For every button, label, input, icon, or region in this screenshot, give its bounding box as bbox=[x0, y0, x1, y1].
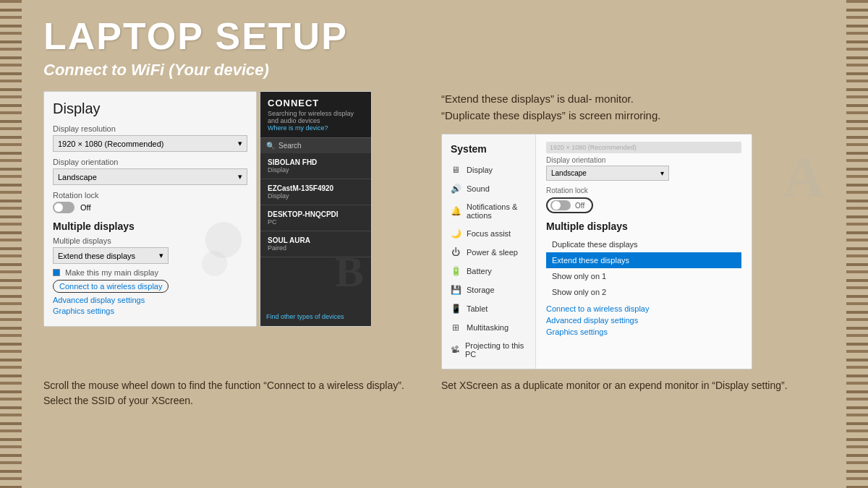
option-show-1-label: Show only on 1 bbox=[552, 272, 606, 281]
connect-wireless-link[interactable]: Connect to a wireless display bbox=[59, 282, 162, 291]
connect-device-1[interactable]: SIBOLAN FHD Display bbox=[260, 153, 371, 179]
top-scroll-area: 1920 × 1080 (Recommended) bbox=[546, 142, 741, 153]
advanced-settings-link[interactable]: Advanced display settings bbox=[53, 296, 247, 304]
nav-item-notifications[interactable]: 🔔 Notifications & actions bbox=[442, 198, 535, 224]
sys-rotation-toggle[interactable] bbox=[550, 200, 571, 210]
make-main-checkbox[interactable] bbox=[53, 269, 60, 276]
bottom-left-caption: Scroll the mouse wheel down to find the … bbox=[43, 378, 427, 408]
nav-item-sound[interactable]: 🔊 Sound bbox=[442, 179, 535, 198]
right-desc-line1: “Extend these displays” is dual- monitor… bbox=[441, 93, 634, 105]
landscape-arrow: ▾ bbox=[660, 169, 664, 177]
device-1-name: SIBOLAN FHD bbox=[268, 158, 364, 166]
orientation-label: Display orientation bbox=[53, 158, 247, 166]
connect-wireless-highlight: Connect to a wireless display bbox=[53, 280, 169, 293]
nav-item-multitasking[interactable]: ⊞ Multitasking bbox=[442, 318, 535, 337]
nav-item-display[interactable]: 🖥 Display bbox=[442, 160, 535, 179]
connect-where-link[interactable]: Where is my device? bbox=[268, 124, 364, 132]
option-duplicate-label: Duplicate these displays bbox=[552, 240, 638, 249]
dropdown-arrow: ▾ bbox=[238, 139, 242, 148]
page-title: LAPTOP SETUP bbox=[43, 14, 825, 58]
torn-edge-right bbox=[846, 0, 868, 488]
screenshots-row: Display Display resolution 1920 × 1080 (… bbox=[43, 91, 427, 327]
watermark: B bbox=[335, 247, 364, 297]
connect-panel-screenshot: CONNECT Searching for wireless display a… bbox=[260, 91, 372, 327]
content-row: Display Display resolution 1920 × 1080 (… bbox=[43, 91, 825, 369]
option-duplicate[interactable]: Duplicate these displays bbox=[546, 236, 741, 252]
storage-nav-icon: 💾 bbox=[451, 285, 461, 295]
system-nav-title: System bbox=[442, 140, 535, 160]
option-extend[interactable]: Extend these displays bbox=[546, 252, 741, 268]
nav-item-power[interactable]: ⏻ Power & sleep bbox=[442, 243, 535, 262]
sys-advanced-link[interactable]: Advanced display settings bbox=[546, 316, 741, 325]
system-nav: System 🖥 Display 🔊 Sound 🔔 Notifications… bbox=[442, 134, 536, 369]
nav-item-battery[interactable]: 🔋 Battery bbox=[442, 262, 535, 281]
nav-label-battery: Battery bbox=[467, 267, 492, 275]
sys-multiple-displays-title: Multiple displays bbox=[546, 221, 741, 232]
nav-label-display: Display bbox=[467, 166, 493, 174]
resolution-dropdown[interactable]: 1920 × 1080 (Recommended) ▾ bbox=[53, 135, 247, 152]
resolution-value: 1920 × 1080 (Recommended) bbox=[58, 140, 163, 148]
dropdown-arrow-3: ▾ bbox=[159, 251, 163, 260]
nav-item-tablet[interactable]: 📱 Tablet bbox=[442, 299, 535, 318]
notifications-nav-icon: 🔔 bbox=[451, 206, 461, 216]
page-subtitle: Connect to WiFi (Your device) bbox=[43, 61, 825, 80]
graphics-settings-link[interactable]: Graphics settings bbox=[53, 307, 247, 315]
nav-label-focus: Focus assist bbox=[467, 229, 511, 238]
sys-connect-wireless-link[interactable]: Connect to a wireless display bbox=[546, 304, 741, 313]
nav-label-tablet: Tablet bbox=[467, 304, 488, 313]
option-extend-label: Extend these displays bbox=[552, 256, 629, 265]
option-show-2-label: Show only on 2 bbox=[552, 288, 606, 296]
display-orient-label: Display orientation bbox=[546, 156, 741, 164]
focus-nav-icon: 🌙 bbox=[451, 228, 461, 239]
torn-edge-left bbox=[0, 0, 22, 488]
nav-label-notifications: Notifications & actions bbox=[467, 202, 527, 220]
device-1-type: Display bbox=[268, 166, 364, 174]
orientation-value: Landscape bbox=[58, 173, 97, 181]
display-page-title: Display bbox=[53, 100, 247, 117]
multiple-displays-value: Extend these displays bbox=[58, 252, 135, 260]
connect-device-2[interactable]: EZCastM-135F4920 Display bbox=[260, 179, 371, 205]
display-nav-icon: 🖥 bbox=[451, 165, 461, 175]
right-section: “Extend these displays” is dual- monitor… bbox=[441, 91, 825, 369]
nav-item-focus[interactable]: 🌙 Focus assist bbox=[442, 224, 535, 243]
multiple-displays-dropdown[interactable]: Extend these displays ▾ bbox=[53, 247, 169, 264]
sys-graphics-link[interactable]: Graphics settings bbox=[546, 328, 741, 336]
rotation-lock-toggle[interactable] bbox=[53, 202, 75, 213]
sound-nav-icon: 🔊 bbox=[451, 184, 461, 194]
left-section: Display Display resolution 1920 × 1080 (… bbox=[43, 91, 427, 327]
connect-device-3[interactable]: DESKTOP-HNQCPDI PC bbox=[260, 205, 371, 231]
dropdown-arrow-2: ▾ bbox=[238, 172, 242, 181]
option-show-1[interactable]: Show only on 1 bbox=[546, 268, 741, 284]
landscape-dropdown[interactable]: Landscape ▾ bbox=[546, 166, 669, 181]
connect-title: CONNECT bbox=[268, 98, 364, 108]
find-devices-link[interactable]: Find other types of devices bbox=[266, 313, 344, 320]
orientation-dropdown[interactable]: Landscape ▾ bbox=[53, 168, 247, 185]
nav-label-multitasking: Multitasking bbox=[467, 323, 509, 332]
tablet-nav-icon: 📱 bbox=[451, 304, 461, 314]
nav-label-projecting: Projecting to this PC bbox=[465, 341, 527, 359]
bottom-row: Scroll the mouse wheel down to find the … bbox=[43, 378, 825, 408]
system-screenshot: System 🖥 Display 🔊 Sound 🔔 Notifications… bbox=[441, 134, 752, 369]
decorative-circle-2 bbox=[202, 251, 227, 276]
connect-search-bar: 🔍 Search bbox=[260, 137, 371, 153]
right-desc-line2: “Duplicate these displays” is screen mir… bbox=[441, 109, 660, 121]
rotation-lock-value: Off bbox=[80, 203, 90, 212]
power-nav-icon: ⏻ bbox=[451, 247, 461, 257]
nav-item-storage[interactable]: 💾 Storage bbox=[442, 281, 535, 299]
connect-footer: Find other types of devices bbox=[266, 313, 344, 320]
connect-header: CONNECT Searching for wireless display a… bbox=[260, 92, 371, 137]
make-main-label: Make this my main display bbox=[65, 268, 158, 277]
option-show-2[interactable]: Show only on 2 bbox=[546, 284, 741, 300]
landscape-value: Landscape bbox=[551, 169, 587, 177]
device-3-type: PC bbox=[268, 218, 364, 226]
nav-label-storage: Storage bbox=[467, 286, 495, 294]
main-container: LAPTOP SETUP Connect to WiFi (Your devic… bbox=[22, 0, 846, 488]
rotation-lock-toggle-row: Off bbox=[53, 202, 247, 213]
bottom-right-caption: Set XScreen as a duplicate monitor or an… bbox=[441, 378, 825, 408]
nav-item-projecting[interactable]: 📽 Projecting to this PC bbox=[442, 337, 535, 363]
connect-searching: Searching for wireless display and audio… bbox=[268, 110, 364, 124]
right-description: “Extend these displays” is dual- monitor… bbox=[441, 91, 825, 124]
nav-label-power: Power & sleep bbox=[467, 248, 518, 257]
search-label: Search bbox=[278, 142, 302, 150]
rotation-lock-label: Rotation lock bbox=[53, 191, 247, 200]
